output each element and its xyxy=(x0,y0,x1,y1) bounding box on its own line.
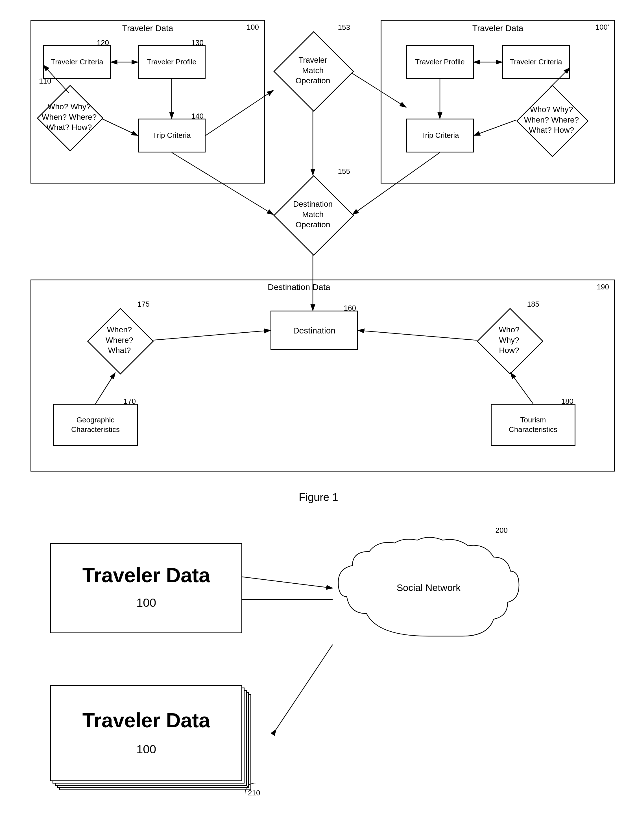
trip-criteria-box-right: Trip Criteria xyxy=(406,118,474,153)
traveler-match-ref: 153 xyxy=(338,23,350,32)
when-where-diamond: When?Where?What? 175 xyxy=(87,308,152,373)
tripc1-ref: 140 xyxy=(191,112,204,121)
fig2-ref-line xyxy=(242,780,259,797)
figure1-diagram: Traveler Data 100 Traveler Data 100' 190… xyxy=(22,11,615,486)
fig2-traveler-label-bottom: Traveler Data xyxy=(51,709,242,732)
trip-criteria-box-left: 140 Trip Criteria xyxy=(138,118,205,153)
who-why-ref-1: 110 xyxy=(39,77,51,85)
tourism-characteristics-box: 180 Tourism Characteristics xyxy=(491,404,575,446)
fig2-traveler-data-top: Traveler Data 100 xyxy=(50,543,242,633)
geographic-characteristics-box: 170 Geographic Characteristics xyxy=(53,404,138,446)
figure1-caption: Figure 1 xyxy=(11,491,626,504)
destination-match-diamond: DestinationMatchOperation 155 xyxy=(273,175,352,254)
traveler-data-ref-right: 100' xyxy=(596,23,609,32)
who-why-how-diamond: Who?Why?How? 185 xyxy=(477,308,542,373)
who-why-text-2: Who? Why?When? Where?What? How? xyxy=(524,104,579,135)
who-why-how-text: Who?Why?How? xyxy=(499,325,519,355)
svg-line-25 xyxy=(276,644,333,729)
fig2-traveler-sublabel-top: 100 xyxy=(51,596,242,609)
figure2-diagram: Traveler Data 100 Social Network 200 Tra… xyxy=(22,526,615,837)
tc1-ref: 120 xyxy=(97,38,109,48)
when-where-text: When?Where?What? xyxy=(106,325,133,355)
social-network-container: Social Network 200 xyxy=(333,535,525,649)
dest-ref: 160 xyxy=(344,303,356,313)
traveler-profile-box-right: Traveler Profile xyxy=(406,45,474,79)
tourism-ref: 180 xyxy=(561,397,574,406)
destination-match-text: DestinationMatchOperation xyxy=(293,199,333,230)
cloud-svg: Social Network xyxy=(333,535,525,647)
when-where-ref: 175 xyxy=(138,300,150,309)
traveler-data-ref-left: 100 xyxy=(247,23,259,32)
destination-data-ref: 190 xyxy=(597,283,609,291)
who-why-how-ref: 185 xyxy=(527,300,539,309)
tp1-ref: 130 xyxy=(191,38,204,48)
traveler-criteria-box-right: Traveler Criteria xyxy=(502,45,570,79)
fig2-traveler-data-bottom: Traveler Data 100 xyxy=(50,685,242,781)
traveler-criteria-box-left: 120 Traveler Criteria xyxy=(43,45,111,79)
who-why-diamond-2: Who? Why?When? Where?What? How? xyxy=(516,85,587,155)
svg-text:Social Network: Social Network xyxy=(397,582,461,593)
svg-line-23 xyxy=(242,577,333,588)
traveler-match-text: TravelerMatchOperation xyxy=(296,55,330,86)
who-why-diamond-1: Who? Why?When? Where?What? How? 110 xyxy=(37,85,102,150)
fig2-traveler-sublabel-bottom: 100 xyxy=(51,742,242,756)
geo-ref: 170 xyxy=(124,397,136,406)
traveler-match-diamond: TravelerMatchOperation 153 xyxy=(273,31,352,110)
destination-data-label: Destination Data xyxy=(268,283,330,292)
traveler-profile-box-left: 130 Traveler Profile xyxy=(138,45,205,79)
traveler-data-label-right: Traveler Data xyxy=(473,24,523,33)
social-network-ref: 200 xyxy=(496,526,508,535)
who-why-text-1: Who? Why?When? Where?What? How? xyxy=(42,102,97,133)
fig2-traveler-label-top: Traveler Data xyxy=(51,564,242,587)
traveler-data-label-left: Traveler Data xyxy=(122,24,173,33)
destination-match-ref: 155 xyxy=(338,167,350,176)
destination-box: 160 Destination xyxy=(270,311,358,350)
